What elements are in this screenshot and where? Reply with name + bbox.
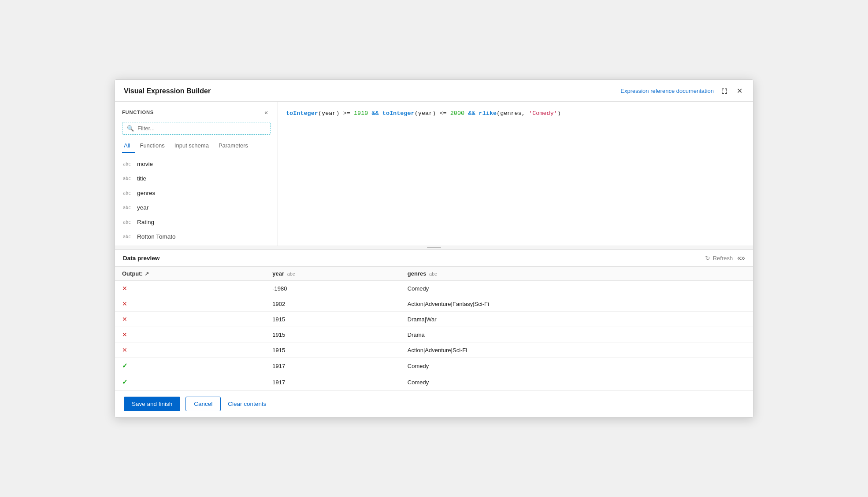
right-panel: toInteger(year) >= 1910 && toInteger(yea…	[278, 102, 753, 246]
expand-window-button[interactable]	[719, 86, 730, 96]
cross-icon: ✕	[122, 300, 127, 307]
type-badge: abc	[123, 234, 133, 239]
refresh-label: Refresh	[713, 255, 733, 261]
tab-parameters[interactable]: Parameters	[217, 139, 253, 153]
save-finish-button[interactable]: Save and finish	[124, 397, 180, 411]
genres-cell: Drama|War	[401, 312, 753, 327]
table-row: ✕ 1915 Drama	[115, 327, 753, 342]
doc-link[interactable]: Expression reference documentation	[620, 88, 714, 94]
close-button[interactable]: ✕	[735, 85, 744, 97]
expand-icon	[721, 88, 728, 95]
year-cell: -1980	[265, 281, 401, 296]
year-cell: 1917	[265, 358, 401, 374]
collapse-button[interactable]: «	[262, 108, 271, 117]
output-cell: ✕	[115, 281, 265, 296]
output-cell: ✕	[115, 312, 265, 327]
output-cell: ✕	[115, 327, 265, 342]
refresh-button[interactable]: ↻ Refresh	[705, 254, 733, 261]
cross-icon: ✕	[122, 285, 127, 292]
divider-dots	[427, 247, 441, 248]
schema-item-movie[interactable]: abc movie	[115, 157, 278, 171]
preview-table: Output: ↗ year abc genres abc ✕ -1980 Co…	[115, 267, 753, 390]
item-name: year	[137, 204, 148, 211]
type-badge: abc	[123, 176, 133, 181]
output-cell: ✕	[115, 342, 265, 358]
modal-title: Visual Expression Builder	[124, 87, 211, 95]
output-cell: ✓	[115, 358, 265, 374]
checkmark-icon: ✓	[122, 378, 128, 386]
left-panel: FUNCTIONS « 🔍 All Functions Input schema…	[115, 102, 278, 246]
col-genres: genres abc	[401, 267, 753, 281]
title-bar: Visual Expression Builder Expression ref…	[115, 80, 753, 102]
table-row: ✕ -1980 Comedy	[115, 281, 753, 296]
table-row: ✓ 1917 Comedy	[115, 358, 753, 374]
preview-tbody: ✕ -1980 Comedy ✕ 1902 Action|Adventure|F…	[115, 281, 753, 390]
panel-header: FUNCTIONS «	[115, 102, 278, 120]
clear-contents-button[interactable]: Clear contents	[226, 397, 268, 411]
tab-functions[interactable]: Functions	[138, 139, 170, 153]
item-name: Rotton Tomato	[137, 233, 176, 240]
col-output: Output: ↗	[115, 267, 265, 281]
type-badge: abc	[123, 205, 133, 210]
divider-handle[interactable]	[115, 246, 753, 249]
schema-item-genres[interactable]: abc genres	[115, 186, 278, 200]
main-content: FUNCTIONS « 🔍 All Functions Input schema…	[115, 102, 753, 246]
year-cell: 1915	[265, 342, 401, 358]
preview-table-wrap: Output: ↗ year abc genres abc ✕ -1980 Co…	[115, 267, 753, 390]
genres-cell: Drama	[401, 327, 753, 342]
cross-icon: ✕	[122, 316, 127, 323]
table-row: ✕ 1915 Action|Adventure|Sci-Fi	[115, 342, 753, 358]
schema-item-year[interactable]: abc year	[115, 200, 278, 215]
type-badge: abc	[123, 220, 133, 225]
schema-item-rotton-tomato[interactable]: abc Rotton Tomato	[115, 229, 278, 244]
tabs-row: All Functions Input schema Parameters	[115, 139, 278, 153]
item-name: movie	[137, 161, 153, 167]
expand-preview-button[interactable]: «»	[737, 254, 745, 262]
type-badge: abc	[123, 191, 133, 195]
table-row: ✓ 1917 Comedy	[115, 374, 753, 390]
table-row: ✕ 1915 Drama|War	[115, 312, 753, 327]
tab-input-schema[interactable]: Input schema	[173, 139, 214, 153]
filter-input[interactable]	[137, 125, 266, 132]
schema-list: abc movieabc titleabc genresabc yearabc …	[115, 155, 278, 246]
refresh-icon: ↻	[705, 254, 710, 261]
preview-actions: ↻ Refresh «»	[705, 254, 745, 262]
genres-cell: Action|Adventure|Sci-Fi	[401, 342, 753, 358]
item-name: genres	[137, 190, 155, 196]
schema-item-rating[interactable]: abc Rating	[115, 215, 278, 229]
close-icon: ✕	[737, 87, 742, 95]
visual-expression-builder-modal: Visual Expression Builder Expression ref…	[115, 79, 753, 418]
footer: Save and finish Cancel Clear contents	[115, 390, 753, 417]
genres-cell: Comedy	[401, 281, 753, 296]
expression-editor[interactable]: toInteger(year) >= 1910 && toInteger(yea…	[278, 102, 753, 246]
schema-item-title[interactable]: abc title	[115, 171, 278, 186]
type-badge: abc	[123, 162, 133, 166]
year-cell: 1902	[265, 296, 401, 312]
output-cell: ✓	[115, 374, 265, 390]
genres-cell: Action|Adventure|Fantasy|Sci-Fi	[401, 296, 753, 312]
col-year: year abc	[265, 267, 401, 281]
genres-cell: Comedy	[401, 358, 753, 374]
preview-title: Data preview	[123, 255, 160, 261]
item-name: title	[137, 175, 146, 182]
cancel-button[interactable]: Cancel	[185, 397, 221, 411]
item-name: Rating	[137, 219, 154, 225]
year-cell: 1917	[265, 374, 401, 390]
cross-icon: ✕	[122, 331, 127, 338]
output-cell: ✕	[115, 296, 265, 312]
cross-icon: ✕	[122, 346, 127, 353]
search-icon: 🔍	[127, 125, 134, 132]
panel-title: FUNCTIONS	[122, 110, 154, 115]
preview-header: Data preview ↻ Refresh «»	[115, 250, 753, 267]
collapse-icon: «	[264, 109, 268, 116]
title-actions: Expression reference documentation ✕	[620, 85, 744, 97]
table-header-row: Output: ↗ year abc genres abc	[115, 267, 753, 281]
year-cell: 1915	[265, 327, 401, 342]
year-cell: 1915	[265, 312, 401, 327]
table-row: ✕ 1902 Action|Adventure|Fantasy|Sci-Fi	[115, 296, 753, 312]
filter-box: 🔍	[122, 122, 271, 135]
genres-cell: Comedy	[401, 374, 753, 390]
data-preview: Data preview ↻ Refresh «» Output: ↗ year…	[115, 249, 753, 390]
tab-all[interactable]: All	[122, 139, 135, 153]
checkmark-icon: ✓	[122, 362, 128, 369]
